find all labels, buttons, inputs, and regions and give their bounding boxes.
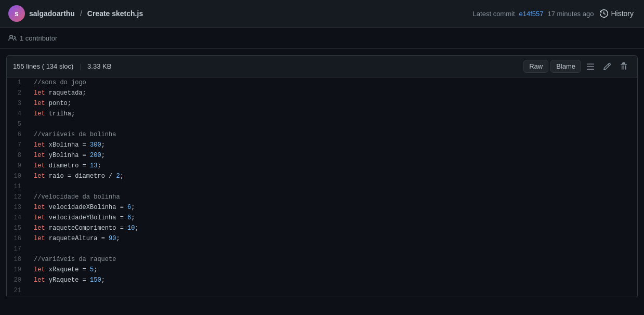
table-row: 3let ponto; — [7, 98, 637, 109]
line-number: 15 — [7, 223, 28, 233]
line-code: //variáveis da bolinha — [28, 129, 637, 140]
breadcrumb: s salgadoarthu / Create sketch.js — [8, 5, 143, 22]
blame-button[interactable]: Blame — [550, 60, 581, 73]
edit-button[interactable] — [600, 60, 614, 73]
table-row: 8let yBolinha = 200; — [7, 150, 637, 161]
table-row: 6//variáveis da bolinha — [7, 129, 637, 140]
line-code: let raqueteComprimento = 10; — [28, 223, 637, 233]
line-code: let raquetada; — [28, 88, 637, 98]
line-code: let velocidadeXBolinha = 6; — [28, 202, 637, 213]
latest-commit-label: Latest commit — [473, 10, 515, 18]
line-number: 18 — [7, 254, 28, 265]
line-number: 7 — [7, 140, 28, 150]
line-number: 14 — [7, 213, 28, 223]
display-toggle-button[interactable] — [583, 60, 598, 73]
line-code: let ponto; — [28, 98, 637, 109]
line-number: 10 — [7, 171, 28, 181]
table-row: 7let xBolinha = 300; — [7, 140, 637, 150]
line-number: 9 — [7, 161, 28, 171]
table-row: 11 — [7, 181, 637, 192]
code-container: 1//sons do jogo2let raquetada;3let ponto… — [6, 77, 638, 296]
line-number: 8 — [7, 150, 28, 161]
table-row: 4let trilha; — [7, 109, 637, 119]
file-meta: 155 lines ( 134 sloc) | 3.33 KB — [13, 62, 111, 70]
commit-hash[interactable]: e14f557 — [519, 10, 544, 18]
table-row: 2let raquetada; — [7, 88, 637, 98]
table-row: 19let xRaquete = 5; — [7, 265, 637, 275]
contributor-bar: 1 contributor — [0, 28, 644, 49]
line-number: 4 — [7, 109, 28, 119]
delete-button[interactable] — [616, 60, 631, 73]
line-code — [28, 181, 637, 192]
table-row: 18//variáveis da raquete — [7, 254, 637, 265]
line-code: let yRaquete = 150; — [28, 275, 637, 285]
line-code — [28, 119, 637, 129]
table-row: 12//velocidade da bolinha — [7, 192, 637, 202]
contributor-icon — [8, 34, 17, 42]
line-number: 5 — [7, 119, 28, 129]
history-label: History — [611, 9, 634, 18]
history-icon — [600, 9, 608, 18]
line-code: let yBolinha = 200; — [28, 150, 637, 161]
line-number: 1 — [7, 77, 28, 88]
raw-button[interactable]: Raw — [523, 60, 548, 73]
line-number: 21 — [7, 285, 28, 296]
table-row: 5 — [7, 119, 637, 129]
avatar: s — [8, 5, 25, 22]
file-info-bar: 155 lines ( 134 sloc) | 3.33 KB Raw Blam… — [6, 55, 638, 77]
table-row: 9let diametro = 13; — [7, 161, 637, 171]
table-row: 16let raqueteAltura = 90; — [7, 233, 637, 244]
commit-info: Latest commit e14f557 17 minutes ago His… — [473, 8, 636, 19]
table-row: 13let velocidadeXBolinha = 6; — [7, 202, 637, 213]
line-number: 2 — [7, 88, 28, 98]
contributor-count: 1 contributor — [20, 34, 57, 42]
line-code: let xRaquete = 5; — [28, 265, 637, 275]
line-code: let raio = diametro / 2; — [28, 171, 637, 181]
table-row: 21 — [7, 285, 637, 296]
line-code: let trilha; — [28, 109, 637, 119]
table-row: 17 — [7, 244, 637, 254]
code-table: 1//sons do jogo2let raquetada;3let ponto… — [7, 77, 637, 296]
line-number: 11 — [7, 181, 28, 192]
file-actions: Raw Blame — [523, 60, 631, 73]
username-label[interactable]: salgadoarthu — [29, 9, 75, 18]
line-code: let xBolinha = 300; — [28, 140, 637, 150]
line-count: 155 — [13, 62, 24, 70]
line-number: 17 — [7, 244, 28, 254]
table-row: 10let raio = diametro / 2; — [7, 171, 637, 181]
sloc-count: 134 — [46, 62, 58, 70]
edit-icon — [603, 62, 611, 71]
breadcrumb-separator: / — [80, 9, 82, 18]
line-code: //sons do jogo — [28, 77, 637, 88]
line-number: 3 — [7, 98, 28, 109]
line-code — [28, 285, 637, 296]
line-code: //variáveis da raquete — [28, 254, 637, 265]
filename-label[interactable]: Create sketch.js — [87, 9, 143, 18]
trash-icon — [620, 62, 628, 71]
line-code: let velocidadeYBolinha = 6; — [28, 213, 637, 223]
line-number: 20 — [7, 275, 28, 285]
line-number: 6 — [7, 129, 28, 140]
table-row: 14let velocidadeYBolinha = 6; — [7, 213, 637, 223]
line-number: 16 — [7, 233, 28, 244]
top-bar: s salgadoarthu / Create sketch.js Latest… — [0, 0, 644, 28]
table-row: 15let raqueteComprimento = 10; — [7, 223, 637, 233]
file-size: 3.33 KB — [87, 62, 111, 70]
line-number: 19 — [7, 265, 28, 275]
commit-time: 17 minutes ago — [548, 10, 594, 18]
line-code — [28, 244, 637, 254]
table-row: 1//sons do jogo — [7, 77, 637, 88]
line-code: //velocidade da bolinha — [28, 192, 637, 202]
table-row: 20let yRaquete = 150; — [7, 275, 637, 285]
line-code: let raqueteAltura = 90; — [28, 233, 637, 244]
display-icon — [586, 62, 595, 71]
line-code: let diametro = 13; — [28, 161, 637, 171]
line-number: 12 — [7, 192, 28, 202]
line-number: 13 — [7, 202, 28, 213]
history-button[interactable]: History — [598, 8, 636, 19]
